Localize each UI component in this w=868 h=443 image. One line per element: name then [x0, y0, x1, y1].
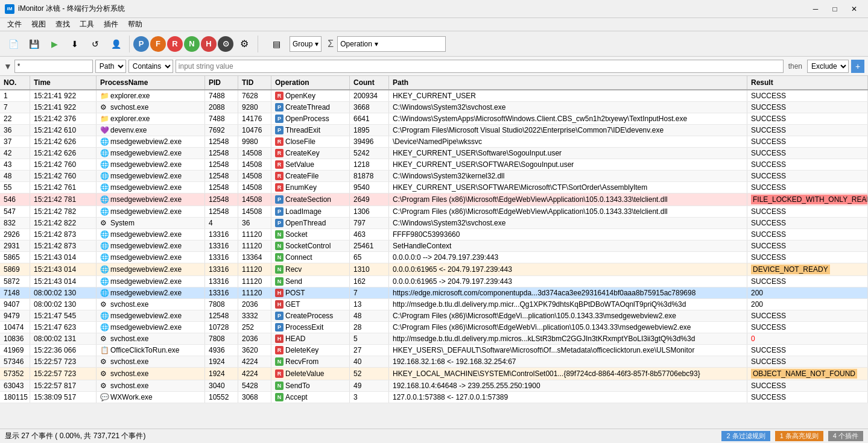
- filter-add-button[interactable]: +: [851, 60, 864, 73]
- table-row[interactable]: 5872 15:21:43 014 🌐msedgewebview2.exe 13…: [0, 276, 868, 287]
- td-no: 10836: [0, 333, 30, 344]
- table-row[interactable]: 36 15:21:42 610 💜devenv.exe 7692 10476 P…: [0, 125, 868, 136]
- table-header: NO. Time ProcessName PID TID Operation C…: [0, 76, 868, 90]
- table-row[interactable]: 2931 15:21:42 873 🌐msedgewebview2.exe 13…: [0, 240, 868, 252]
- menubar-item-帮助[interactable]: 帮助: [123, 18, 147, 31]
- toolbar-new-button[interactable]: 📄: [4, 34, 23, 54]
- col-header-time[interactable]: Time: [30, 76, 97, 89]
- table-row[interactable]: 5865 15:21:43 014 🌐msedgewebview2.exe 13…: [0, 252, 868, 263]
- td-count: 52: [350, 368, 389, 380]
- toolbar-refresh-button[interactable]: ↺: [86, 34, 105, 54]
- filter-rules-badge[interactable]: 2 条过滤规则: [721, 431, 770, 441]
- titlebar-controls: ─ □ ✕: [806, 3, 863, 15]
- menubar-item-视图[interactable]: 视图: [27, 18, 51, 31]
- td-result: SUCCESS: [747, 310, 868, 321]
- filter-string-input[interactable]: [176, 60, 784, 73]
- table-row[interactable]: 57346 15:22:57 723 ⚙svchost.exe 1924 422…: [0, 356, 868, 368]
- menubar-item-插件[interactable]: 插件: [99, 18, 123, 31]
- td-tid: 14508: [238, 171, 271, 181]
- td-pid: 4936: [205, 345, 238, 356]
- col-header-count[interactable]: Count: [350, 76, 389, 89]
- table-row[interactable]: 7 15:21:41 922 ⚙svchost.exe 2088 9280 PC…: [0, 102, 868, 113]
- toolbar-download-button[interactable]: ⬇: [65, 34, 84, 54]
- filter-value-input[interactable]: [14, 60, 93, 73]
- filter-field-select[interactable]: Path: [95, 60, 126, 73]
- col-header-result[interactable]: Result: [747, 76, 868, 89]
- operation-combo[interactable]: Operation ▾: [337, 36, 446, 52]
- td-proc: 🌐msedgewebview2.exe: [97, 263, 205, 275]
- td-time: 08:00:02 130: [30, 299, 97, 310]
- table-row[interactable]: 2926 15:21:42 873 🌐msedgewebview2.exe 13…: [0, 229, 868, 240]
- td-time: 15:21:43 014: [30, 276, 97, 287]
- td-time: 15:21:42 873: [30, 240, 97, 251]
- menubar-item-查找[interactable]: 查找: [51, 18, 75, 31]
- table-row[interactable]: 57352 15:22:57 723 ⚙svchost.exe 1924 422…: [0, 368, 868, 380]
- menubar: 文件视图查找工具插件帮助: [0, 18, 868, 31]
- group-combo[interactable]: Group ▾: [290, 36, 322, 52]
- menubar-item-文件[interactable]: 文件: [2, 18, 27, 31]
- td-proc: 🌐msedgewebview2.exe: [97, 287, 205, 298]
- filter-action-select[interactable]: Exclude: [807, 60, 849, 73]
- table-row[interactable]: 63043 15:22:57 817 ⚙svchost.exe 3040 542…: [0, 380, 868, 392]
- td-path: HKEY_CURRENT_USER\SOFTWARE\Microsoft\CTF…: [389, 182, 747, 193]
- table-row[interactable]: 9407 08:00:02 130 ⚙svchost.exe 7808 2036…: [0, 299, 868, 310]
- td-count: 3: [350, 392, 389, 403]
- toolbar-settings-button[interactable]: ⚙: [235, 34, 254, 54]
- toolbar-f-button[interactable]: F: [150, 36, 166, 52]
- table-row[interactable]: 547 15:21:42 782 🌐msedgewebview2.exe 125…: [0, 206, 868, 218]
- table-row[interactable]: 55 15:21:42 761 🌐msedgewebview2.exe 1254…: [0, 182, 868, 193]
- close-button[interactable]: ✕: [845, 3, 863, 15]
- table-row[interactable]: 37 15:21:42 626 🌐msedgewebview2.exe 1254…: [0, 136, 868, 148]
- plugins-badge[interactable]: 4 个插件: [828, 431, 863, 441]
- td-pid: 12548: [205, 171, 238, 181]
- col-header-proc[interactable]: ProcessName: [97, 76, 205, 89]
- table-row[interactable]: 5869 15:21:43 014 🌐msedgewebview2.exe 13…: [0, 263, 868, 276]
- col-header-tid[interactable]: TID: [238, 76, 271, 89]
- table-row[interactable]: 48 15:21:42 760 🌐msedgewebview2.exe 1254…: [0, 171, 868, 182]
- table-row[interactable]: 42 15:21:42 626 🌐msedgewebview2.exe 1254…: [0, 148, 868, 159]
- td-tid: 4224: [238, 356, 271, 367]
- toolbar-h-button[interactable]: H: [201, 36, 217, 52]
- table-row[interactable]: 7148 08:00:02 130 🌐msedgewebview2.exe 13…: [0, 287, 868, 299]
- td-tid: 3332: [238, 310, 271, 321]
- table-row[interactable]: 10474 15:21:47 623 🌐msedgewebview2.exe 1…: [0, 322, 868, 333]
- menubar-item-工具[interactable]: 工具: [75, 18, 99, 31]
- window-title: iMonitor 冰镜 - 终端行为分析系统: [18, 4, 125, 14]
- toolbar-o-button[interactable]: ⊙: [218, 36, 233, 52]
- td-result: SUCCESS: [747, 171, 868, 181]
- toolbar-play-button[interactable]: ▶: [45, 34, 64, 54]
- table-row[interactable]: 9479 15:21:47 545 🌐msedgewebview2.exe 12…: [0, 310, 868, 322]
- highlight-rules-badge[interactable]: 1 条高亮规则: [775, 431, 823, 441]
- toolbar-p-button[interactable]: P: [133, 36, 149, 52]
- td-tid: 9280: [238, 102, 271, 113]
- maximize-button[interactable]: □: [826, 3, 844, 15]
- table-row[interactable]: 546 15:21:42 781 🌐msedgewebview2.exe 125…: [0, 193, 868, 206]
- td-no: 2926: [0, 229, 30, 240]
- col-header-pid[interactable]: PID: [205, 76, 238, 89]
- filter-condition-select[interactable]: Contains: [128, 60, 173, 73]
- col-header-path[interactable]: Path: [389, 76, 747, 89]
- td-proc: ⚙svchost.exe: [97, 299, 205, 310]
- td-time: 15:21:42 760: [30, 159, 97, 170]
- td-count: 200934: [350, 90, 389, 101]
- toolbar-user-button[interactable]: 👤: [106, 34, 125, 54]
- td-op: RSetValue: [271, 159, 350, 170]
- table-row[interactable]: 180115 15:38:09 517 💬WXWork.exe 10552 30…: [0, 392, 868, 403]
- minimize-button[interactable]: ─: [806, 3, 825, 15]
- td-no: 7148: [0, 287, 30, 298]
- toolbar-save-button[interactable]: 💾: [24, 34, 43, 54]
- td-pid: 7692: [205, 125, 238, 136]
- table-row[interactable]: 832 15:21:42 822 ⚙System 4 36 POpenThrea…: [0, 218, 868, 229]
- table-row[interactable]: 43 15:21:42 760 🌐msedgewebview2.exe 1254…: [0, 159, 868, 171]
- table-row[interactable]: 1 15:21:41 922 📁explorer.exe 7488 7628 R…: [0, 90, 868, 102]
- td-proc: 📁explorer.exe: [97, 90, 205, 101]
- table-row[interactable]: 22 15:21:42 376 📁explorer.exe 7488 14176…: [0, 113, 868, 125]
- col-header-op[interactable]: Operation: [271, 76, 350, 89]
- toolbar-r-button[interactable]: R: [167, 36, 183, 52]
- table-row[interactable]: 41969 15:22:36 066 📋OfficeClickToRun.exe…: [0, 345, 868, 356]
- table-row[interactable]: 10836 08:00:02 131 ⚙svchost.exe 7808 203…: [0, 333, 868, 345]
- td-proc: 🌐msedgewebview2.exe: [97, 148, 205, 159]
- toolbar-n-button[interactable]: N: [184, 36, 200, 52]
- col-header-no[interactable]: NO.: [0, 76, 30, 89]
- td-proc: 🌐msedgewebview2.exe: [97, 193, 205, 206]
